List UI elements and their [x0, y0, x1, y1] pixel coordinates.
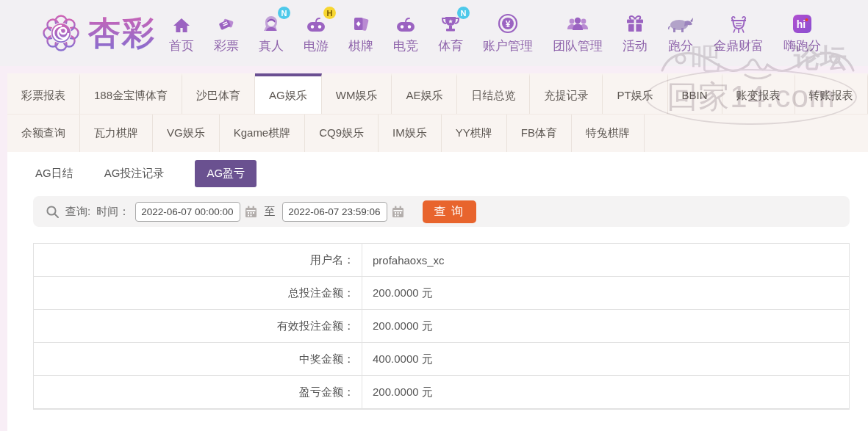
content-panel: 彩票报表188金宝博体育沙巴体育AG娱乐WM娱乐AE娱乐日结总览充提记录PT娱乐…: [7, 73, 868, 431]
to-label: 至: [264, 205, 275, 219]
svg-text:¥: ¥: [506, 19, 511, 29]
cards-icon: [351, 12, 370, 34]
row-value: 200.0000 元: [362, 277, 433, 309]
report-tab[interactable]: PT娱乐: [603, 73, 667, 114]
yuan-coin-icon: ¥: [498, 12, 518, 34]
row-value: 200.0000 元: [362, 310, 433, 342]
report-tab[interactable]: IM娱乐: [379, 115, 442, 152]
report-tab[interactable]: VG娱乐: [153, 115, 220, 152]
nav-item-team-management[interactable]: 团队管理: [553, 12, 603, 54]
new-badge: N: [457, 7, 470, 19]
report-tabs-row2: 余额查询瓦力棋牌VG娱乐Kgame棋牌CQ9娱乐IM娱乐YY棋牌FB体育特兔棋牌: [7, 114, 868, 152]
ag-subtabs: AG日结 AG投注记录 AG盈亏: [7, 152, 868, 195]
svg-text:hi: hi: [797, 18, 806, 30]
report-tab[interactable]: 充提记录: [530, 73, 603, 114]
report-tab[interactable]: 转账报表: [795, 73, 868, 114]
nav-label: 真人: [259, 37, 284, 54]
row-value: profahaoxs_xc: [362, 244, 445, 276]
nav-item-egames[interactable]: H 电游: [304, 12, 329, 54]
table-row: 用户名： profahaoxs_xc: [34, 244, 849, 277]
nav-label: 团队管理: [553, 37, 603, 54]
nav-label: 活动: [623, 37, 648, 54]
start-time-input[interactable]: [135, 202, 240, 222]
brand-logo[interactable]: 杏彩: [41, 12, 156, 55]
report-tab[interactable]: 188金宝博体育: [80, 73, 182, 114]
nav-item-esports[interactable]: 电竞: [393, 12, 418, 54]
report-tab[interactable]: FB体育: [507, 115, 572, 152]
row-label: 中奖金额：: [34, 343, 362, 375]
report-tab[interactable]: 日结总览: [457, 73, 530, 114]
report-tab[interactable]: 余额查询: [7, 115, 80, 152]
table-row: 中奖金额： 400.0000 元: [34, 343, 849, 376]
row-label: 用户名：: [34, 244, 362, 276]
row-value: 400.0000 元: [362, 343, 433, 375]
nav-item-account-management[interactable]: ¥ 账户管理: [483, 12, 533, 54]
nav-label: 体育: [438, 37, 463, 54]
report-tab[interactable]: 特兔棋牌: [572, 115, 645, 152]
ding-cauldron-icon: [728, 12, 749, 34]
gift-icon: [625, 12, 645, 34]
query-label: 查询:: [65, 205, 90, 219]
live-person-icon: N: [262, 12, 281, 34]
nav-label: 账户管理: [483, 37, 533, 54]
report-tab[interactable]: 沙巴体育: [182, 73, 255, 114]
nav-item-live[interactable]: N 真人: [259, 12, 284, 54]
time-label: 时间：: [96, 205, 129, 219]
nav-label: 嗨跑分: [783, 37, 821, 54]
rhino-icon: [667, 12, 694, 34]
table-row: 有效投注金额： 200.0000 元: [34, 310, 849, 343]
gamepad-icon: H: [306, 12, 326, 34]
trophy-icon: N: [441, 12, 460, 34]
calendar-icon[interactable]: [244, 205, 258, 219]
nav-item-sports[interactable]: N 体育: [438, 12, 463, 54]
nav-item-board-games[interactable]: 棋牌: [348, 12, 373, 54]
nav-label: 金鼎财富: [714, 37, 764, 54]
nav-item-lottery[interactable]: 彩票: [214, 12, 239, 54]
report-tab[interactable]: CQ9娱乐: [305, 115, 379, 152]
nav-label: 电游: [304, 37, 329, 54]
end-time-input[interactable]: [282, 202, 387, 222]
nav-label: 棋牌: [348, 37, 373, 54]
report-tabs-row1: 彩票报表188金宝博体育沙巴体育AG娱乐WM娱乐AE娱乐日结总览充提记录PT娱乐…: [7, 73, 868, 114]
row-label: 有效投注金额：: [34, 310, 362, 342]
nav-item-home[interactable]: 首页: [169, 12, 194, 54]
query-button[interactable]: 查 询: [423, 200, 476, 223]
row-label: 总投注金额：: [34, 277, 362, 309]
flower-emblem-icon: [41, 13, 81, 53]
nav-item-paofen[interactable]: 跑分: [667, 12, 694, 54]
report-tab[interactable]: 彩票报表: [7, 73, 80, 114]
nav-item-activity[interactable]: 活动: [623, 12, 648, 54]
report-tab[interactable]: 账变报表: [722, 73, 795, 114]
nav-label: 电竞: [393, 37, 418, 54]
new-badge: N: [278, 7, 290, 19]
ticket-icon: [217, 12, 236, 34]
esports-gamepad-icon: [395, 12, 416, 34]
report-table: 用户名： profahaoxs_xc 总投注金额： 200.0000 元 有效投…: [33, 243, 850, 410]
report-tab[interactable]: WM娱乐: [322, 73, 392, 114]
nav-item-jinding-wealth[interactable]: 金鼎财富: [714, 12, 764, 54]
main-nav: 首页 彩票 N 真人: [169, 12, 821, 54]
query-bar: 查询: 时间： 至 查 询: [33, 196, 850, 227]
subtab-ag-bet-records[interactable]: AG投注记录: [104, 167, 165, 181]
report-tab[interactable]: 瓦力棋牌: [80, 115, 153, 152]
nav-label: 彩票: [214, 37, 239, 54]
table-row: 盈亏金额： 200.0000 元: [34, 376, 849, 409]
search-icon: [46, 205, 60, 219]
team-icon: [567, 12, 589, 34]
brand-logo-text: 杏彩: [88, 12, 156, 55]
report-tab[interactable]: YY棋牌: [442, 115, 507, 152]
report-tab[interactable]: AE娱乐: [392, 73, 457, 114]
report-tab[interactable]: AG娱乐: [255, 73, 322, 114]
hi-app-icon: hi: [792, 12, 812, 34]
row-label: 盈亏金额：: [34, 376, 362, 408]
report-tab[interactable]: BBIN: [668, 73, 722, 114]
row-value: 200.0000 元: [362, 376, 433, 408]
nav-label: 跑分: [668, 37, 693, 54]
home-icon: [173, 12, 190, 34]
calendar-icon[interactable]: [391, 205, 405, 219]
report-tab[interactable]: Kgame棋牌: [220, 115, 306, 152]
subtab-ag-profit-loss[interactable]: AG盈亏: [195, 160, 257, 187]
subtab-ag-daily[interactable]: AG日结: [35, 167, 73, 181]
nav-label: 首页: [169, 37, 194, 54]
nav-item-hi-paofen[interactable]: hi 嗨跑分: [783, 12, 821, 54]
